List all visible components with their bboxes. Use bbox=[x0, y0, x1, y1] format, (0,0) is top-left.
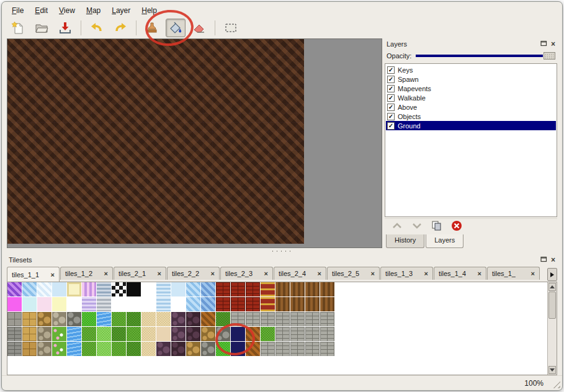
tile-bright-green-grass[interactable] bbox=[82, 312, 96, 326]
tile-dark-purple-rock[interactable] bbox=[186, 312, 200, 326]
tile-gray-brick[interactable] bbox=[261, 312, 275, 326]
tile-lavender-stripes[interactable] bbox=[82, 297, 96, 311]
tile-white-diagonal-stripes[interactable] bbox=[37, 282, 51, 296]
tile-light-blue-horizontal-stripes[interactable] bbox=[156, 297, 171, 311]
menu-layer[interactable]: Layer bbox=[107, 5, 135, 16]
tile-gray-brick[interactable] bbox=[290, 342, 305, 356]
tile-green-grass[interactable] bbox=[261, 327, 275, 341]
lower-layer-button[interactable] bbox=[411, 221, 423, 233]
tile-dark-tan-stone[interactable] bbox=[22, 342, 37, 356]
tile-gray-brick[interactable] bbox=[231, 312, 245, 326]
tile-dark-green-grass[interactable] bbox=[216, 312, 230, 326]
tab-close-icon[interactable]: × bbox=[158, 270, 161, 277]
tileset-tab-tiles-2-1[interactable]: tiles_2_1× bbox=[114, 267, 166, 280]
tile-green-grass[interactable] bbox=[82, 342, 96, 356]
tile-gray-brick[interactable] bbox=[320, 342, 334, 356]
layer-visibility-checkbox[interactable]: ✓ bbox=[387, 104, 395, 111]
tile-wood-planks[interactable] bbox=[305, 282, 320, 296]
scroll-down-button[interactable] bbox=[548, 366, 556, 374]
tile-blue-gray-stripes[interactable] bbox=[97, 282, 111, 296]
tile-green-grass[interactable] bbox=[82, 327, 96, 341]
tileset-tab-tiles-2-2[interactable]: tiles_2_2× bbox=[167, 267, 220, 280]
panel-tab-layers[interactable]: Layers bbox=[426, 234, 463, 248]
tile-tan-cracked-stone[interactable] bbox=[186, 342, 200, 356]
tile-gray-brick[interactable] bbox=[275, 327, 290, 341]
menu-map[interactable]: Map bbox=[81, 5, 105, 16]
tile-dark-purple-rock[interactable] bbox=[171, 342, 186, 356]
tile-green-grass[interactable] bbox=[127, 327, 141, 341]
tile-gray-cobblestone[interactable] bbox=[216, 327, 230, 341]
tile-dark-green-grass[interactable] bbox=[127, 312, 141, 326]
tileset-scrollbar[interactable] bbox=[547, 282, 557, 375]
tile-red-brick[interactable] bbox=[246, 297, 260, 311]
menu-help[interactable]: Help bbox=[137, 5, 162, 16]
tile-black-white-checker[interactable] bbox=[112, 282, 126, 296]
close-panel-icon[interactable]: × bbox=[551, 41, 555, 47]
tile-wood-planks[interactable] bbox=[275, 297, 290, 311]
tab-close-icon[interactable]: × bbox=[371, 270, 375, 277]
tab-close-icon[interactable]: × bbox=[211, 270, 215, 277]
tile-gray-brick[interactable] bbox=[290, 327, 305, 341]
tile-white[interactable] bbox=[141, 297, 156, 311]
tile-tan-stone[interactable] bbox=[22, 312, 37, 326]
tile-white[interactable] bbox=[171, 297, 186, 311]
bucket-fill-tool-button[interactable] bbox=[166, 19, 186, 37]
open-map-button[interactable] bbox=[32, 19, 51, 37]
tileset-tab-tiles-1-1[interactable]: tiles_1_1× bbox=[7, 267, 60, 282]
tab-close-icon[interactable]: × bbox=[531, 270, 535, 277]
tile-wood-planks[interactable] bbox=[320, 282, 334, 296]
layer-visibility-checkbox[interactable]: ✓ bbox=[387, 66, 395, 74]
tile-green-grass[interactable] bbox=[112, 342, 126, 356]
tile-wood-planks[interactable] bbox=[320, 297, 334, 311]
tile-white[interactable] bbox=[112, 297, 126, 311]
tile-blue-diagonal-stripes[interactable] bbox=[201, 297, 215, 311]
tile-gray-brick[interactable] bbox=[261, 342, 275, 356]
tile-green-grass[interactable] bbox=[112, 312, 126, 326]
tab-close-icon[interactable]: × bbox=[51, 271, 55, 278]
redo-button[interactable] bbox=[110, 19, 130, 37]
menu-file[interactable]: File bbox=[7, 5, 29, 16]
tile-light-green-grass[interactable] bbox=[97, 327, 111, 341]
opacity-slider-handle[interactable] bbox=[544, 52, 555, 60]
tile-gray-brick[interactable] bbox=[305, 312, 320, 326]
tile-purple-rock[interactable] bbox=[156, 342, 171, 356]
tile-beige-stones[interactable] bbox=[52, 312, 66, 326]
tile-water[interactable] bbox=[67, 327, 81, 341]
tile-rust-weave[interactable] bbox=[246, 342, 260, 356]
tile-dark-green-grass[interactable] bbox=[127, 342, 141, 356]
scroll-tabs-right-button[interactable] bbox=[547, 268, 557, 281]
tile-red-brick[interactable] bbox=[216, 282, 230, 296]
layer-row[interactable]: ✓ Objects bbox=[386, 112, 556, 121]
tile-light-green-grass[interactable] bbox=[97, 342, 111, 356]
tileset-tab-tiles-1-3[interactable]: tiles_1_3× bbox=[380, 267, 433, 280]
tile-dark-navy[interactable] bbox=[231, 327, 245, 341]
tile-tan-cracked-stone[interactable] bbox=[37, 312, 51, 326]
menu-view[interactable]: View bbox=[54, 5, 80, 16]
tile-wood-planks[interactable] bbox=[290, 282, 305, 296]
tile-grass-flowers[interactable] bbox=[52, 327, 66, 341]
layer-visibility-checkbox[interactable]: ✓ bbox=[387, 94, 395, 102]
tile-purple-diagonal-stripes[interactable] bbox=[7, 282, 22, 296]
tile-pale-blue[interactable] bbox=[171, 282, 186, 296]
tile-purple-rock[interactable] bbox=[171, 327, 186, 341]
tile-pink-violet-stripes[interactable] bbox=[82, 282, 96, 296]
tileset-tab-tiles-2-3[interactable]: tiles_2_3× bbox=[220, 267, 273, 280]
scroll-up-button[interactable] bbox=[548, 283, 556, 291]
tile-light-blue-diagonal-stripes[interactable] bbox=[186, 297, 200, 311]
tile-light-blue-horizontal-stripes[interactable] bbox=[156, 282, 171, 296]
tile-light-blue-diagonal-stripes[interactable] bbox=[186, 282, 200, 296]
tile-tan-cracked-stone[interactable] bbox=[201, 327, 215, 341]
tile-dark-green-grass[interactable] bbox=[112, 327, 126, 341]
float-panel-icon[interactable] bbox=[540, 256, 547, 264]
tile-dark-gray-brick[interactable] bbox=[7, 327, 22, 341]
layer-row[interactable]: ✓ Above bbox=[386, 102, 556, 112]
layer-row[interactable]: ✓ Spawn bbox=[386, 74, 556, 84]
tab-close-icon[interactable]: × bbox=[478, 270, 481, 277]
tile-gray-brick[interactable] bbox=[275, 312, 290, 326]
tile-sand[interactable] bbox=[141, 342, 156, 356]
tile-purple-rock[interactable] bbox=[171, 312, 186, 326]
tile-wood-planks[interactable] bbox=[290, 297, 305, 311]
tile-pale-blue[interactable] bbox=[52, 282, 66, 296]
delete-layer-button[interactable] bbox=[450, 220, 463, 234]
tile-pale-tan[interactable] bbox=[156, 327, 171, 341]
